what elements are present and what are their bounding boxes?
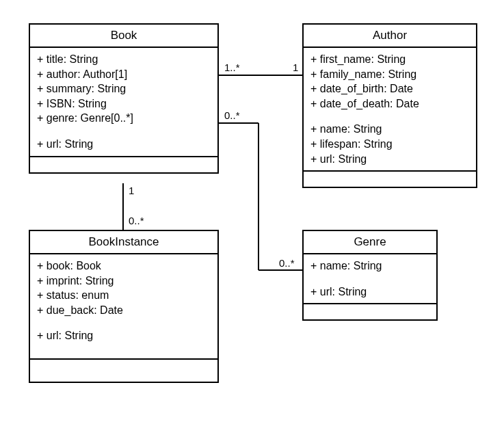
class-bookinstance-title: BookInstance <box>30 231 217 254</box>
class-bookinstance-body: + book: Book + imprint: String + status:… <box>30 254 217 360</box>
class-author-foot <box>304 172 476 187</box>
multiplicity-book-bookinstance-bottom: 0..* <box>129 215 144 226</box>
multiplicity-book-genre-bottom: 0..* <box>279 257 295 269</box>
class-attr: + url: String <box>37 328 211 343</box>
class-book-foot <box>30 157 217 172</box>
class-author-title: Author <box>304 25 476 48</box>
class-attr: + name: String <box>310 122 469 137</box>
multiplicity-book-author-right: 1 <box>293 62 298 73</box>
class-attr: + name: String <box>310 259 429 274</box>
multiplicity-book-bookinstance-top: 1 <box>129 185 134 196</box>
class-author-body: + first_name: String + family_name: Stri… <box>304 48 476 172</box>
class-bookinstance: BookInstance + book: Book + imprint: Str… <box>29 230 219 383</box>
class-author: Author + first_name: String + family_nam… <box>302 23 477 188</box>
class-attr: + lifespan: String <box>310 137 469 152</box>
class-attr: + due_back: Date <box>37 303 211 318</box>
class-attr: + imprint: String <box>37 274 211 289</box>
class-attr: + genre: Genre[0..*] <box>37 111 211 126</box>
class-attr: + date_of_birth: Date <box>310 81 469 96</box>
class-attr: + summary: String <box>37 81 211 96</box>
multiplicity-book-genre-top: 0..* <box>224 109 240 121</box>
class-genre-title: Genre <box>304 231 436 254</box>
class-attr: + family_name: String <box>310 67 469 82</box>
class-attr: + date_of_death: Date <box>310 96 469 111</box>
class-genre-foot <box>304 304 436 319</box>
class-attr: + title: String <box>37 52 211 67</box>
class-attr: + status: enum <box>37 288 211 303</box>
class-attr: + url: String <box>37 137 211 152</box>
class-attr: + first_name: String <box>310 52 469 67</box>
class-attr: + url: String <box>310 152 469 167</box>
class-attr: + ISBN: String <box>37 96 211 111</box>
class-book: Book + title: String + author: Author[1]… <box>29 23 219 174</box>
class-attr: + book: Book <box>37 259 211 274</box>
class-book-body: + title: String + author: Author[1] + su… <box>30 48 217 157</box>
class-genre: Genre + name: String + url: String <box>302 230 438 321</box>
multiplicity-book-author-left: 1..* <box>224 62 240 73</box>
class-attr: + url: String <box>310 284 429 300</box>
class-bookinstance-foot <box>30 360 217 382</box>
class-genre-body: + name: String + url: String <box>304 254 436 304</box>
class-book-title: Book <box>30 25 217 48</box>
class-attr: + author: Author[1] <box>37 67 211 82</box>
